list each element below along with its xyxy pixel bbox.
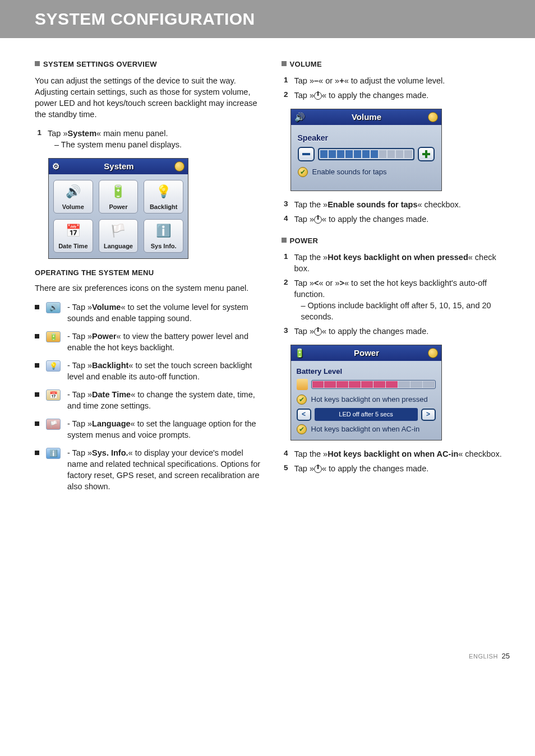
square-bullet-icon [35,451,39,455]
battery-bar [311,380,436,389]
checkbox-label: Hot keys backlight on when AC-in [311,424,420,434]
volume-steps-cont: 3Tap the »Enable sounds for taps« checkb… [282,199,510,225]
list-item: 🔊- Tap »Volume« to set the volume level … [35,302,264,324]
power-glyph-icon [314,328,322,336]
bulb-icon: 💡 [156,180,171,203]
heading-volume: VOLUME [282,59,510,69]
prev-button[interactable]: < [297,409,311,421]
list-item: 💡- Tap »Backlight« to set the touch scre… [35,360,264,382]
power-glyph-icon [314,465,322,473]
flag-icon: 🏳️ [110,220,126,242]
power-screenshot: 🔋 Power Battery Level ✔Hot keys backligh… [290,345,442,440]
pow-titlebar: 🔋 Power [291,345,441,361]
next-button[interactable]: > [421,409,436,421]
square-bullet-icon [35,392,39,397]
check-icon: ✔ [297,424,307,434]
speaker-label: Speaker [298,133,435,143]
bulb-icon: 💡 [46,360,61,372]
square-bullet-icon [35,421,39,426]
list-item: 📅- Tap »Date Time« to change the system … [35,389,264,411]
sys-body: 🔊Volume 🔋Power 💡Backlight 📅Date Time 🏳️L… [49,174,188,258]
left-column: SYSTEM SETTINGS OVERVIEW You can adjust … [35,59,264,499]
list-item: 🔋- Tap »Power« to view the battery power… [35,331,264,353]
hotkeys-pressed-row[interactable]: ✔Hot keys backlight on when pressed [297,395,436,405]
list-item: 3Tap »« to apply the changes made. [282,326,510,337]
icon-list: 🔊- Tap »Volume« to set the volume level … [35,302,264,492]
volume-bar[interactable] [318,148,414,160]
minus-button[interactable] [298,147,315,161]
list-item: 1Tap »–« or »+« to adjust the volume lev… [282,75,510,86]
pow-body: Battery Level ✔Hot keys backlight on whe… [291,361,441,440]
square-bullet-icon [35,61,40,66]
list-item: 4Tap the »Hot keys backlight on when AC-… [282,448,510,460]
minus-icon [302,153,310,155]
sys-btn-power[interactable]: 🔋Power [99,180,139,214]
confirm-icon [428,348,438,358]
heading-operating: OPERATING THE SYSTEM MENU [35,268,264,278]
volume-control [298,147,435,161]
square-bullet-icon [35,334,39,338]
checkbox-label: Hot keys backlight on when pressed [311,395,428,405]
vol-title: Volume [306,112,428,123]
sys-btn-sysinfo[interactable]: ℹ️Sys Info. [144,219,183,253]
power-icon: 🔋 [46,331,61,342]
list-item: 4Tap »« to apply the changes made. [282,214,510,225]
battery-icon [297,379,308,390]
info-icon: ℹ️ [46,448,61,459]
vol-body: Speaker ✔Enable sounds for taps [291,125,441,191]
square-bullet-icon [35,305,39,309]
square-bullet-icon [35,363,39,368]
list-item: ℹ️- Tap »Sys. Info.« to display your dev… [35,447,264,492]
square-bullet-icon [282,238,287,243]
power-glyph-icon [314,216,322,224]
plus-icon [422,150,430,158]
square-bullet-icon [282,61,287,66]
title-bar: SYSTEM CONFIGURATION [0,0,535,38]
sys-title: System [63,161,174,173]
speaker-icon: 🔊 [66,180,81,203]
flag-icon: 🏳️ [46,419,61,430]
system-menu-screenshot: ⚙ System 🔊Volume 🔋Power 💡Backlight 📅Date… [48,158,188,259]
sys-btn-language[interactable]: 🏳️Language [99,219,139,253]
page-title: SYSTEM CONFIGURATION [35,10,255,29]
content-columns: SYSTEM SETTINGS OVERVIEW You can adjust … [0,38,535,499]
list-item: 5Tap »« to apply the changes made. [282,463,510,474]
battery-label: Battery Level [297,367,436,377]
list-item: 3Tap the »Enable sounds for taps« checkb… [282,199,510,210]
vol-titlebar: 🔊 Volume [291,109,441,125]
info-icon: ℹ️ [156,220,171,242]
check-icon: ✔ [297,395,307,405]
battery-icon: 🔋 [294,347,306,359]
sys-btn-datetime[interactable]: 📅Date Time [53,219,93,253]
power-glyph-icon [314,92,322,100]
checkbox-label: Enable sounds for taps [312,167,387,177]
sys-titlebar: ⚙ System [49,159,188,174]
volume-screenshot: 🔊 Volume Speaker ✔Enable sounds for taps [290,109,442,191]
enable-tap-sounds-row[interactable]: ✔Enable sounds for taps [298,167,435,177]
confirm-icon [428,112,438,122]
volume-steps: 1Tap »–« or »+« to adjust the volume lev… [282,75,510,101]
check-icon: ✔ [298,167,308,177]
power-steps-cont: 4Tap the »Hot keys backlight on when AC-… [282,448,510,474]
calendar-icon: 📅 [46,389,61,401]
sys-btn-backlight[interactable]: 💡Backlight [144,180,183,214]
right-column: VOLUME 1Tap »–« or »+« to adjust the vol… [282,59,510,499]
calendar-icon: 📅 [66,220,81,242]
list-item: 1Tap the »Hot keys backlight on when pre… [282,252,510,274]
gear-icon: ⚙ [52,161,63,173]
hotkeys-acin-row[interactable]: ✔Hot keys backlight on when AC-in [297,424,436,434]
heading-power: POWER [282,236,510,246]
speaker-icon: 🔊 [294,112,306,123]
overview-paragraph: You can adjust the settings of the devic… [35,75,264,120]
plus-button[interactable] [418,147,435,161]
operating-paragraph: There are six preferences icons on the s… [35,282,264,294]
power-steps: 1Tap the »Hot keys backlight on when pre… [282,252,510,337]
battery-row [297,379,436,390]
pow-title: Power [306,347,428,359]
sys-btn-volume[interactable]: 🔊Volume [53,180,93,214]
list-item: 2Tap »<« or »>« to set the hot keys back… [282,277,510,322]
led-label: LED off after 5 secs [315,408,418,421]
volume-icon: 🔊 [46,302,61,313]
battery-icon: 🔋 [110,180,126,203]
list-item: 🏳️- Tap »Language« to set the language o… [35,418,264,440]
